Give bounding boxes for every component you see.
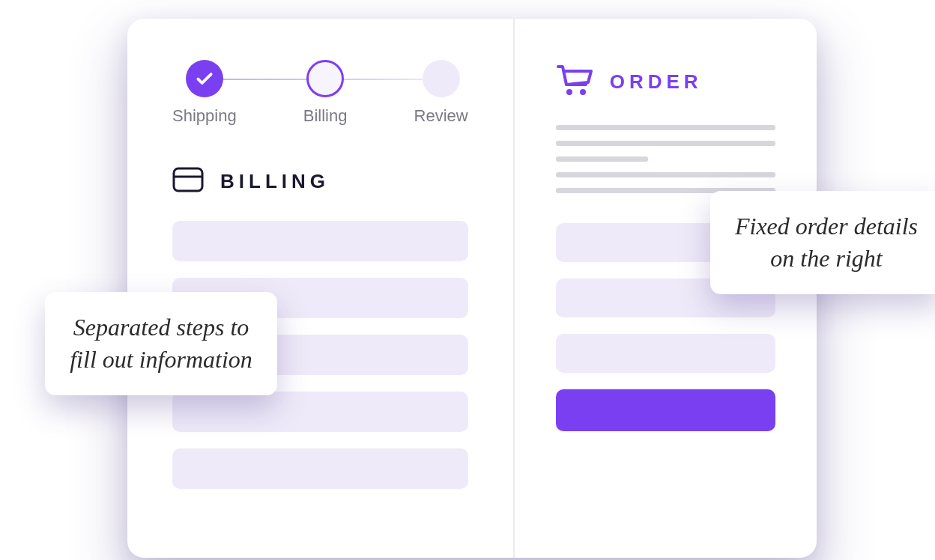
billing-title: BILLING (220, 170, 330, 193)
summary-line (556, 125, 775, 130)
annotation-right: Fixed order details on the right (710, 191, 935, 294)
annotation-left: Separated steps to fill out information (45, 292, 277, 395)
svg-rect-0 (174, 168, 202, 191)
step-billing-label: Billing (303, 106, 348, 126)
step-billing[interactable]: Billing (303, 60, 348, 126)
step-shipping-label: Shipping (172, 106, 237, 126)
summary-line (556, 172, 775, 177)
step-review-label: Review (414, 106, 468, 126)
step-shipping[interactable]: Shipping (172, 60, 237, 126)
order-summary-lines (556, 125, 775, 193)
left-panel: Shipping Billing Review BILLING (127, 19, 515, 558)
svg-point-2 (566, 89, 572, 95)
billing-field-5[interactable] (172, 448, 468, 489)
summary-line (556, 141, 775, 146)
check-icon (186, 60, 223, 97)
checkout-cta-button[interactable] (556, 389, 775, 431)
billing-field-1[interactable] (172, 221, 468, 261)
step-review-dot (423, 60, 460, 97)
svg-point-3 (580, 89, 586, 95)
order-item-3 (556, 334, 775, 373)
billing-heading: BILLING (172, 167, 468, 195)
summary-line (556, 156, 648, 162)
order-heading: ORDER (556, 64, 775, 100)
step-review[interactable]: Review (414, 60, 468, 126)
order-title: ORDER (610, 70, 703, 94)
card-icon (172, 167, 204, 195)
step-billing-dot (306, 60, 344, 97)
checkout-stepper: Shipping Billing Review (172, 60, 468, 126)
cart-icon (556, 64, 593, 100)
billing-field-4[interactable] (172, 392, 468, 432)
